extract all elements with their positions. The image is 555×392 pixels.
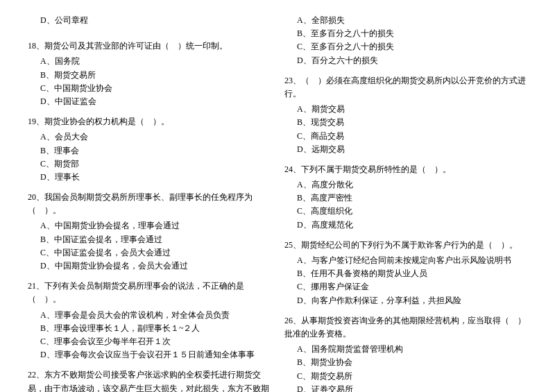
option-19-c: C、期货部 bbox=[28, 157, 271, 171]
question-block-18: 18、期货公司及其营业部的许可证由（ ）统一印制。 A、国务院 B、期货交易所 … bbox=[28, 40, 271, 108]
option-20-d: D、中国期货业协会提名，会员大会通过 bbox=[28, 259, 271, 273]
option-24-d: D、高度规范化 bbox=[284, 219, 527, 232]
question-block-25: 25、期货经纪公司的下列行为不属于欺诈客户行为的是（ ）。 A、与客户签订经纪合… bbox=[284, 239, 527, 307]
question-20-title: 20、我国会员制期货交易所所理事长、副理事长的任免程序为（ ）。 bbox=[28, 191, 271, 217]
question-block-21: 21、下列有关会员制期货交易所理事会的说法，不正确的是（ ）。 A、理事会是会员… bbox=[28, 280, 271, 361]
question-block-20: 20、我国会员制期货交易所所理事长、副理事长的任免程序为（ ）。 A、中国期货业… bbox=[28, 191, 271, 273]
option-23-d: D、远期交易 bbox=[284, 143, 527, 156]
question-block-23: 23、（ ）必须在高度组织化的期货交易所内以公开竞价的方式进行。 A、期货交易 … bbox=[284, 74, 527, 156]
option-18-c: C、中国期货业协会 bbox=[28, 82, 271, 95]
option-18-b: B、期货交易所 bbox=[28, 69, 271, 82]
option-24-a: A、高度分散化 bbox=[284, 178, 527, 191]
question-26-title: 26、从事期货投资咨询业务的其他期限经营机构，应当取得（ ）批准的业务资格。 bbox=[284, 314, 527, 341]
option-24-c: C、高度组织化 bbox=[284, 205, 527, 218]
question-block-26: 26、从事期货投资咨询业务的其他期限经营机构，应当取得（ ）批准的业务资格。 A… bbox=[284, 314, 527, 392]
option-18-a: A、国务院 bbox=[28, 55, 271, 68]
option-26-d: D、证券交易所 bbox=[284, 383, 527, 392]
option-25-d: D、向客户作欺利保证，分享利益，共担风险 bbox=[284, 294, 527, 307]
option-top-b: B、至多百分之八十的损失 bbox=[284, 27, 527, 40]
option-21-a: A、理事会是会员大会的常设机构，对全体会员负责 bbox=[28, 309, 271, 322]
two-column-layout: D、公司章程 18、期货公司及其营业部的许可证由（ ）统一印制。 A、国务院 B… bbox=[28, 14, 527, 392]
option-20-b: B、中国证监会提名，理事会通过 bbox=[28, 233, 271, 246]
option-21-d: D、理事会每次会议应当于会议召开１５日前通知全体事事 bbox=[28, 348, 271, 361]
option-23-a: A、期货交易 bbox=[284, 103, 527, 116]
question-block-options-top: A、全部损失 B、至多百分之八十的损失 C、至多百分之八十的损失 D、百分之六十… bbox=[284, 14, 527, 67]
question-24-title: 24、下列不属于期货交易所特性的是（ ）。 bbox=[284, 163, 527, 176]
option-20-c: C、中国证监会提名，会员大会通过 bbox=[28, 246, 271, 259]
page-container: D、公司章程 18、期货公司及其营业部的许可证由（ ）统一印制。 A、国务院 B… bbox=[28, 14, 527, 392]
option-top-d: D、百分之六十的损失 bbox=[284, 54, 527, 67]
option-d-company: D、公司章程 bbox=[28, 14, 271, 27]
option-26-a: A、国务院期货监督管理机构 bbox=[284, 343, 527, 356]
option-19-b: B、理事会 bbox=[28, 144, 271, 157]
option-24-b: B、高度严密性 bbox=[284, 191, 527, 205]
question-22-title: 22、东方不败期货公司接受客户张远求购的全权委托进行期货交易，由于市场波动，该交… bbox=[28, 368, 271, 392]
question-18-title: 18、期货公司及其营业部的许可证由（ ）统一印制。 bbox=[28, 40, 271, 53]
left-column: D、公司章程 18、期货公司及其营业部的许可证由（ ）统一印制。 A、国务院 B… bbox=[28, 14, 271, 392]
question-block-d-company: D、公司章程 bbox=[28, 14, 271, 27]
question-23-title: 23、（ ）必须在高度组织化的期货交易所内以公开竞价的方式进行。 bbox=[284, 74, 527, 101]
option-top-c: C、至多百分之八十的损失 bbox=[284, 40, 527, 53]
option-23-c: C、商品交易 bbox=[284, 130, 527, 143]
option-23-b: B、现货交易 bbox=[284, 116, 527, 129]
option-21-c: C、理事会会议至少每半年召开１次 bbox=[28, 335, 271, 348]
question-block-19: 19、期货业协会的权力机构是（ ）。 A、会员大会 B、理事会 C、期货部 D、… bbox=[28, 115, 271, 184]
question-block-22: 22、东方不败期货公司接受客户张远求购的全权委托进行期货交易，由于市场波动，该交… bbox=[28, 368, 271, 392]
right-column: A、全部损失 B、至多百分之八十的损失 C、至多百分之八十的损失 D、百分之六十… bbox=[284, 14, 527, 392]
option-21-b: B、理事会设理事长１人，副理事长１~２人 bbox=[28, 322, 271, 335]
option-19-a: A、会员大会 bbox=[28, 130, 271, 144]
option-20-a: A、中国期货业协会提名，理事会通过 bbox=[28, 219, 271, 232]
option-25-a: A、与客户签订经纪合同前未按规定向客户出示风险说明书 bbox=[284, 254, 527, 267]
option-26-c: C、期货交易所 bbox=[284, 370, 527, 383]
option-top-a: A、全部损失 bbox=[284, 14, 527, 27]
question-21-title: 21、下列有关会员制期货交易所理事会的说法，不正确的是（ ）。 bbox=[28, 280, 271, 306]
option-18-d: D、中国证监会 bbox=[28, 95, 271, 108]
option-25-b: B、任用不具备资格的期货从业人员 bbox=[284, 267, 527, 280]
question-block-24: 24、下列不属于期货交易所特性的是（ ）。 A、高度分散化 B、高度严密性 C、… bbox=[284, 163, 527, 232]
question-25-title: 25、期货经纪公司的下列行为不属于欺诈客户行为的是（ ）。 bbox=[284, 239, 527, 252]
option-26-b: B、期货业协会 bbox=[284, 356, 527, 369]
option-25-c: C、挪用客户保证金 bbox=[284, 280, 527, 293]
question-19-title: 19、期货业协会的权力机构是（ ）。 bbox=[28, 115, 271, 128]
option-19-d: D、理事长 bbox=[28, 171, 271, 184]
